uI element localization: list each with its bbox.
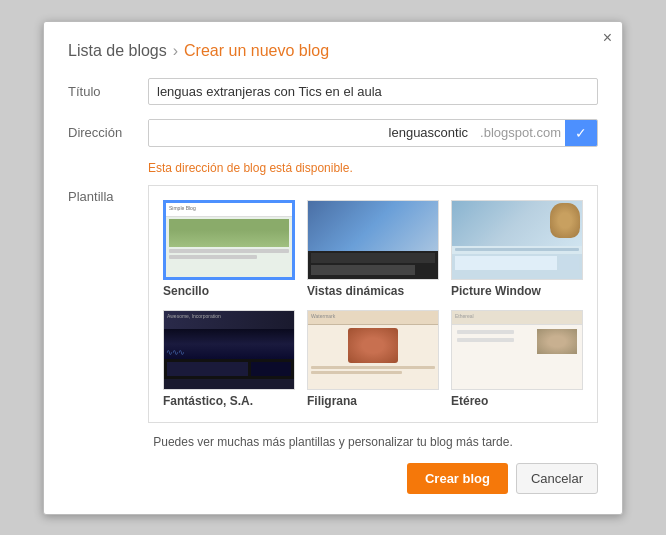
close-button[interactable]: × [603,30,612,46]
template-item-picture[interactable]: Picture Window [445,194,589,304]
template-thumb-etereo: Ethereal [451,310,583,390]
template-name-etereo: Etéreo [451,394,583,408]
address-row: .blogspot.com ✓ [148,119,598,147]
breadcrumb: Lista de blogs › Crear un nuevo blog [68,42,598,60]
template-item-filigrana[interactable]: Watermark Filigrana [301,304,445,414]
template-item-vistas[interactable]: Vistas dinámicas [301,194,445,304]
breadcrumb-current: Crear un nuevo blog [184,42,329,60]
titulo-label: Título [68,84,148,99]
footer-buttons: Crear blog Cancelar [68,463,598,494]
direccion-row: Dirección .blogspot.com ✓ [68,119,598,147]
breadcrumb-list[interactable]: Lista de blogs [68,42,167,60]
template-name-sencillo: Sencillo [163,284,295,298]
template-thumb-sencillo: Simple Blog [163,200,295,280]
template-thumb-vistas [307,200,439,280]
create-blog-dialog: × Lista de blogs › Crear un nuevo blog T… [43,21,623,515]
address-domain: .blogspot.com [476,120,565,145]
titulo-row: Título [68,78,598,105]
plantilla-grid: Simple Blog Sencillo Vistas dinámicas [149,186,597,422]
template-name-vistas: Vistas dinámicas [307,284,439,298]
plantilla-label: Plantilla [68,185,148,423]
plantilla-section: Plantilla Simple Blog Sencillo [68,185,598,423]
template-name-picture: Picture Window [451,284,583,298]
template-name-fantastico: Fantástico, S.A. [163,394,295,408]
direccion-label: Dirección [68,125,148,140]
address-available-message: Esta dirección de blog está disponible. [148,161,598,175]
address-check-button[interactable]: ✓ [565,120,597,146]
create-blog-button[interactable]: Crear blog [407,463,508,494]
template-item-etereo[interactable]: Ethereal Etéreo [445,304,589,414]
template-item-sencillo[interactable]: Simple Blog Sencillo [157,194,301,304]
template-name-filigrana: Filigrana [307,394,439,408]
plantilla-grid-wrapper[interactable]: Simple Blog Sencillo Vistas dinámicas [148,185,598,423]
footer-note: Puedes ver muchas más plantillas y perso… [68,435,598,449]
template-item-fantastico[interactable]: Awesome, Incorporation Fantástico, S.A. [157,304,301,414]
breadcrumb-separator: › [173,42,178,60]
template-thumb-picture [451,200,583,280]
direccion-input[interactable] [149,120,476,145]
template-thumb-fantastico: Awesome, Incorporation [163,310,295,390]
titulo-input[interactable] [148,78,598,105]
cancel-button[interactable]: Cancelar [516,463,598,494]
template-thumb-filigrana: Watermark [307,310,439,390]
